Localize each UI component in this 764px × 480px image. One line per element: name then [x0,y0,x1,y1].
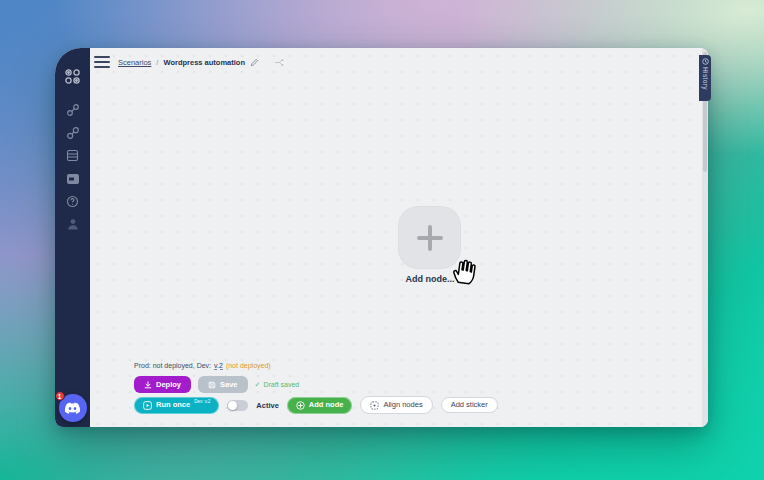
add-sticker-button[interactable]: Add sticker [441,397,498,414]
save-icon [208,381,216,389]
breadcrumb-separator: / [156,58,158,67]
deploy-toolbar: Deploy Save ✓ Draft saved [134,376,299,393]
connections-icon[interactable] [62,121,84,144]
share-icon[interactable] [274,58,284,67]
discord-button[interactable]: 1 [59,394,87,422]
add-node-placeholder[interactable] [398,206,461,269]
canvas-header: Scenarios / Wordpress automation [94,56,284,68]
app-window: 1 Scenarios / Wordpress automation [55,48,708,427]
add-node-button[interactable]: Add node [287,397,353,414]
workflow-icon[interactable] [62,98,84,121]
plus-circle-icon [296,401,305,410]
breadcrumb-scenarios-link[interactable]: Scenarios [118,58,151,67]
active-toggle[interactable] [227,400,248,411]
version-link[interactable]: v.2 [214,362,223,370]
app-logo-icon[interactable] [62,65,84,88]
history-tab[interactable]: History [699,55,711,101]
vertical-scrollbar[interactable] [702,48,708,427]
sidebar: 1 [55,48,90,427]
check-icon: ✓ [255,381,261,389]
discord-icon [64,402,81,415]
history-label: History [702,67,709,90]
workflow-canvas[interactable]: Scenarios / Wordpress automation [90,48,708,427]
add-node-label: Add node... [378,274,482,284]
scenario-title: Wordpress automation [163,58,245,67]
breadcrumb: Scenarios / Wordpress automation [118,58,284,67]
notification-badge: 1 [55,391,65,401]
align-nodes-button[interactable]: Align nodes [360,396,432,414]
align-icon [370,401,379,410]
menu-icon[interactable] [94,56,110,68]
deployment-status: Prod: not deployed, Dev: v.2 (not deploy… [134,362,271,370]
run-once-button[interactable]: Run once Dev: v.2 [134,397,219,414]
help-icon[interactable] [62,190,84,213]
deploy-button[interactable]: Deploy [134,376,191,393]
profile-icon[interactable] [62,213,84,236]
play-icon [143,401,152,410]
download-icon [144,381,152,389]
draft-saved-status: ✓ Draft saved [255,381,300,389]
plus-icon [415,223,445,253]
desktop-background: { "header": { "breadcrumb": { "root": "S… [0,0,764,480]
status-warning-text: (not deployed) [226,362,271,369]
active-label: Active [256,401,279,410]
save-button[interactable]: Save [198,376,248,393]
toggle-knob [228,401,237,410]
run-toolbar: Run once Dev: v.2 Active Add node Align [134,396,498,414]
clock-icon [702,58,709,65]
edit-title-icon[interactable] [250,58,259,67]
run-version-superscript: Dev: v.2 [194,400,210,405]
list-icon[interactable] [62,144,84,167]
card-icon[interactable] [62,167,84,190]
status-text: Prod: not deployed, Dev: [134,362,211,369]
